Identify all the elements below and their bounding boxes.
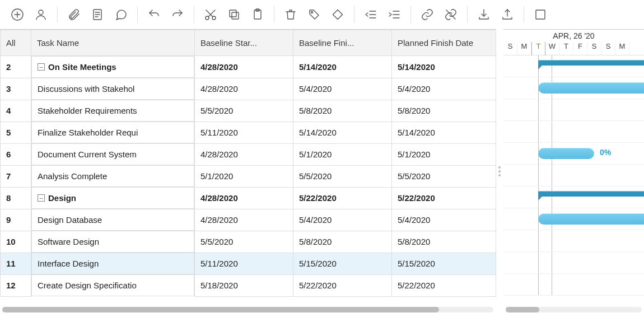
baseline-start-cell[interactable]: 4/28/2020 bbox=[195, 209, 293, 231]
gantt-row[interactable] bbox=[503, 186, 644, 208]
table-row[interactable]: 12Create Design Specificatio5/18/20205/2… bbox=[1, 274, 496, 296]
gantt-row[interactable] bbox=[503, 230, 644, 252]
baseline-start-cell[interactable]: 5/5/2020 bbox=[195, 231, 293, 253]
link-icon[interactable] bbox=[419, 7, 435, 22]
table-row[interactable]: 8–Design4/28/20205/22/20205/22/2020 bbox=[1, 187, 496, 209]
planned-finish-cell[interactable]: 5/4/2020 bbox=[392, 78, 496, 100]
grid-scroll-thumb[interactable] bbox=[2, 307, 439, 312]
baseline-finish-cell[interactable]: 5/4/2020 bbox=[293, 78, 392, 100]
import-icon[interactable] bbox=[476, 7, 492, 22]
attachment-icon[interactable] bbox=[66, 7, 82, 22]
unlink-icon[interactable] bbox=[443, 7, 459, 22]
baseline-start-cell[interactable]: 5/18/2020 bbox=[195, 274, 293, 296]
planned-finish-cell[interactable]: 5/8/2020 bbox=[392, 100, 496, 122]
planned-finish-cell[interactable]: 5/14/2020 bbox=[392, 122, 496, 143]
col-id[interactable]: All bbox=[1, 30, 31, 56]
baseline-finish-cell[interactable]: 5/15/2020 bbox=[293, 253, 392, 274]
grid-h-scrollbar[interactable] bbox=[2, 307, 493, 312]
milestone-icon[interactable] bbox=[330, 7, 346, 22]
task-name-cell[interactable]: Discussions with Stakehol bbox=[31, 78, 194, 100]
gantt-row[interactable] bbox=[503, 55, 644, 77]
gantt-row[interactable] bbox=[503, 121, 644, 143]
undo-icon[interactable] bbox=[146, 7, 162, 22]
baseline-finish-cell[interactable]: 5/22/2020 bbox=[293, 274, 392, 296]
indent-icon[interactable] bbox=[386, 7, 402, 22]
more-icon[interactable] bbox=[533, 7, 548, 22]
paste-icon[interactable] bbox=[250, 7, 265, 22]
export-icon[interactable] bbox=[500, 7, 515, 22]
baseline-start-cell[interactable]: 5/11/2020 bbox=[195, 122, 293, 143]
baseline-finish-cell[interactable]: 5/8/2020 bbox=[293, 231, 392, 253]
outdent-icon[interactable] bbox=[363, 7, 379, 22]
gantt-h-scrollbar[interactable] bbox=[506, 307, 642, 312]
person-icon[interactable] bbox=[33, 7, 49, 22]
task-name-cell[interactable]: Software Design bbox=[31, 231, 194, 253]
tag-icon[interactable] bbox=[306, 7, 322, 22]
table-row[interactable]: 2–On Site Meetings4/28/20205/14/20205/14… bbox=[1, 56, 496, 78]
cut-icon[interactable] bbox=[203, 7, 218, 22]
planned-finish-cell[interactable]: 5/22/2020 bbox=[392, 274, 496, 296]
baseline-finish-cell[interactable]: 5/14/2020 bbox=[293, 122, 392, 143]
task-name-cell[interactable]: Finalize Stakeholder Requi bbox=[31, 122, 194, 143]
gantt-row[interactable] bbox=[503, 252, 644, 274]
baseline-finish-cell[interactable]: 5/5/2020 bbox=[293, 165, 392, 187]
table-row[interactable]: 4Stakeholder Requirements5/5/20205/8/202… bbox=[1, 100, 496, 122]
gantt-summary-bar[interactable] bbox=[538, 191, 644, 197]
task-name-cell[interactable]: Stakeholder Requirements bbox=[31, 100, 194, 122]
add-icon[interactable] bbox=[10, 7, 25, 22]
planned-finish-cell[interactable]: 5/14/2020 bbox=[392, 56, 496, 78]
planned-finish-cell[interactable]: 5/8/2020 bbox=[392, 231, 496, 253]
table-row[interactable]: 9Design Database4/28/20205/4/20205/4/202… bbox=[1, 209, 496, 231]
baseline-start-cell[interactable]: 5/5/2020 bbox=[195, 100, 293, 122]
task-name-cell[interactable]: –Design bbox=[31, 187, 194, 209]
col-pf[interactable]: Planned Finish Date bbox=[392, 30, 496, 56]
table-row[interactable]: 3Discussions with Stakehol4/28/20205/4/2… bbox=[1, 78, 496, 100]
comment-icon[interactable] bbox=[113, 7, 129, 22]
copy-icon[interactable] bbox=[226, 7, 242, 22]
task-name-cell[interactable]: Design Database bbox=[31, 209, 194, 231]
baseline-start-cell[interactable]: 4/28/2020 bbox=[195, 187, 293, 209]
redo-icon[interactable] bbox=[170, 7, 185, 22]
baseline-finish-cell[interactable]: 5/8/2020 bbox=[293, 100, 392, 122]
gantt-summary-bar[interactable] bbox=[538, 60, 644, 66]
baseline-start-cell[interactable]: 4/28/2020 bbox=[195, 56, 293, 78]
pane-splitter[interactable] bbox=[496, 29, 503, 314]
baseline-start-cell[interactable]: 4/28/2020 bbox=[195, 78, 293, 100]
gantt-task-bar[interactable] bbox=[538, 82, 644, 94]
col-bf[interactable]: Baseline Fini... bbox=[293, 30, 392, 56]
collapse-toggle[interactable]: – bbox=[38, 194, 45, 202]
gantt-row[interactable] bbox=[503, 165, 644, 186]
gantt-task-bar[interactable] bbox=[538, 148, 594, 159]
table-row[interactable]: 7Analysis Complete5/1/20205/5/20205/5/20… bbox=[1, 165, 496, 187]
table-row[interactable]: 11Interface Design5/11/20205/15/20205/15… bbox=[1, 253, 496, 274]
table-row[interactable]: 6Document Current System4/28/20205/1/202… bbox=[1, 143, 496, 165]
gantt-scroll-thumb[interactable] bbox=[506, 307, 539, 312]
planned-finish-cell[interactable]: 5/22/2020 bbox=[392, 187, 496, 209]
baseline-finish-cell[interactable]: 5/1/2020 bbox=[293, 143, 392, 165]
gantt-row[interactable] bbox=[503, 99, 644, 121]
gantt-row[interactable] bbox=[503, 77, 644, 99]
gantt-body[interactable]: 0% bbox=[503, 55, 644, 296]
gantt-row[interactable] bbox=[503, 208, 644, 230]
planned-finish-cell[interactable]: 5/4/2020 bbox=[392, 209, 496, 231]
task-name-cell[interactable]: –On Site Meetings bbox=[31, 56, 194, 78]
planned-finish-cell[interactable]: 5/15/2020 bbox=[392, 253, 496, 274]
delete-icon[interactable] bbox=[283, 7, 298, 22]
col-bs[interactable]: Baseline Star... bbox=[195, 30, 293, 56]
collapse-toggle[interactable]: – bbox=[38, 63, 45, 71]
baseline-finish-cell[interactable]: 5/22/2020 bbox=[293, 187, 392, 209]
baseline-finish-cell[interactable]: 5/4/2020 bbox=[293, 209, 392, 231]
table-row[interactable]: 10Software Design5/5/20205/8/20205/8/202… bbox=[1, 231, 496, 253]
table-row[interactable]: 5Finalize Stakeholder Requi5/11/20205/14… bbox=[1, 122, 496, 143]
col-name[interactable]: Task Name bbox=[31, 30, 195, 56]
planned-finish-cell[interactable]: 5/5/2020 bbox=[392, 165, 496, 187]
baseline-finish-cell[interactable]: 5/14/2020 bbox=[293, 56, 392, 78]
task-name-cell[interactable]: Analysis Complete bbox=[31, 165, 194, 187]
task-name-cell[interactable]: Document Current System bbox=[31, 143, 194, 165]
task-name-cell[interactable]: Interface Design bbox=[31, 253, 194, 274]
planned-finish-cell[interactable]: 5/1/2020 bbox=[392, 143, 496, 165]
task-name-cell[interactable]: Create Design Specificatio bbox=[31, 274, 194, 296]
gantt-row[interactable] bbox=[503, 274, 644, 296]
baseline-start-cell[interactable]: 5/11/2020 bbox=[195, 253, 293, 274]
note-icon[interactable] bbox=[90, 7, 105, 22]
